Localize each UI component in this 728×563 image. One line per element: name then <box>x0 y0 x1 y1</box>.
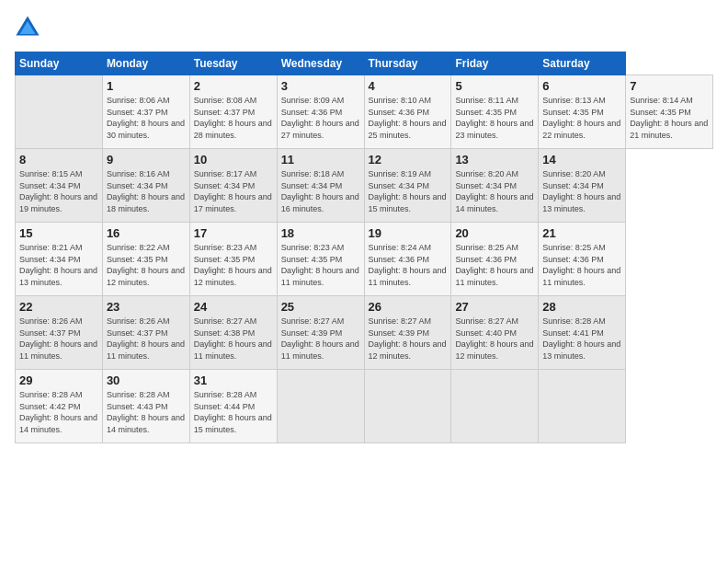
day-number: 16 <box>107 226 186 240</box>
day-info: Sunrise: 8:20 AMSunset: 4:34 PMDaylight:… <box>455 169 533 213</box>
week-row-4: 29 Sunrise: 8:28 AMSunset: 4:42 PMDaylig… <box>16 370 713 443</box>
header-cell-sunday: Sunday <box>16 52 103 75</box>
week-row-0: 1 Sunrise: 8:06 AMSunset: 4:37 PMDayligh… <box>16 75 713 149</box>
header-cell-tuesday: Tuesday <box>189 52 277 75</box>
day-cell <box>364 370 451 443</box>
day-cell: 28 Sunrise: 8:28 AMSunset: 4:41 PMDaylig… <box>539 296 626 370</box>
day-number: 18 <box>281 226 360 240</box>
day-info: Sunrise: 8:28 AMSunset: 4:44 PMDaylight:… <box>194 390 272 434</box>
day-info: Sunrise: 8:09 AMSunset: 4:36 PMDaylight:… <box>281 96 359 140</box>
day-cell: 10 Sunrise: 8:17 AMSunset: 4:34 PMDaylig… <box>189 149 277 223</box>
day-info: Sunrise: 8:08 AMSunset: 4:37 PMDaylight:… <box>194 96 272 140</box>
day-cell: 30 Sunrise: 8:28 AMSunset: 4:43 PMDaylig… <box>102 370 189 443</box>
day-number: 11 <box>281 153 360 167</box>
day-cell: 6 Sunrise: 8:13 AMSunset: 4:35 PMDayligh… <box>539 75 626 149</box>
day-info: Sunrise: 8:26 AMSunset: 4:37 PMDaylight:… <box>107 316 185 361</box>
day-info: Sunrise: 8:23 AMSunset: 4:35 PMDaylight:… <box>281 243 359 287</box>
day-cell: 2 Sunrise: 8:08 AMSunset: 4:37 PMDayligh… <box>189 75 277 149</box>
day-cell: 19 Sunrise: 8:24 AMSunset: 4:36 PMDaylig… <box>364 223 451 296</box>
day-cell: 27 Sunrise: 8:27 AMSunset: 4:40 PMDaylig… <box>451 296 539 370</box>
day-info: Sunrise: 8:26 AMSunset: 4:37 PMDaylight:… <box>19 316 97 361</box>
day-info: Sunrise: 8:27 AMSunset: 4:39 PMDaylight:… <box>281 316 359 361</box>
day-cell: 31 Sunrise: 8:28 AMSunset: 4:44 PMDaylig… <box>189 370 277 443</box>
day-number: 5 <box>455 79 534 93</box>
day-cell <box>539 370 626 443</box>
day-cell: 9 Sunrise: 8:16 AMSunset: 4:34 PMDayligh… <box>102 149 189 223</box>
day-cell: 7 Sunrise: 8:14 AMSunset: 4:35 PMDayligh… <box>626 75 713 149</box>
day-cell: 14 Sunrise: 8:20 AMSunset: 4:34 PMDaylig… <box>539 149 626 223</box>
day-number: 29 <box>19 373 98 387</box>
day-number: 20 <box>455 226 534 240</box>
day-info: Sunrise: 8:27 AMSunset: 4:39 PMDaylight:… <box>369 316 447 361</box>
main-container: SundayMondayTuesdayWednesdayThursdayFrid… <box>0 0 728 451</box>
day-info: Sunrise: 8:28 AMSunset: 4:42 PMDaylight:… <box>19 390 97 434</box>
logo <box>15 15 44 40</box>
day-info: Sunrise: 8:16 AMSunset: 4:34 PMDaylight:… <box>107 169 185 213</box>
day-number: 3 <box>281 79 360 93</box>
day-number: 23 <box>107 300 186 314</box>
day-number: 24 <box>194 300 273 314</box>
day-info: Sunrise: 8:25 AMSunset: 4:36 PMDaylight:… <box>455 243 533 287</box>
day-cell: 13 Sunrise: 8:20 AMSunset: 4:34 PMDaylig… <box>451 149 539 223</box>
day-cell: 21 Sunrise: 8:25 AMSunset: 4:36 PMDaylig… <box>539 223 626 296</box>
day-cell: 20 Sunrise: 8:25 AMSunset: 4:36 PMDaylig… <box>451 223 539 296</box>
header-cell-saturday: Saturday <box>539 52 626 75</box>
day-info: Sunrise: 8:17 AMSunset: 4:34 PMDaylight:… <box>194 169 272 213</box>
day-number: 10 <box>194 153 273 167</box>
day-cell: 23 Sunrise: 8:26 AMSunset: 4:37 PMDaylig… <box>102 296 189 370</box>
day-info: Sunrise: 8:13 AMSunset: 4:35 PMDaylight:… <box>542 96 620 140</box>
day-number: 25 <box>281 300 360 314</box>
header <box>15 15 713 40</box>
day-cell: 5 Sunrise: 8:11 AMSunset: 4:35 PMDayligh… <box>451 75 539 149</box>
calendar-body: 1 Sunrise: 8:06 AMSunset: 4:37 PMDayligh… <box>16 75 713 443</box>
logo-icon <box>15 15 40 40</box>
header-cell-friday: Friday <box>451 52 539 75</box>
day-cell: 12 Sunrise: 8:19 AMSunset: 4:34 PMDaylig… <box>364 149 451 223</box>
day-info: Sunrise: 8:28 AMSunset: 4:41 PMDaylight:… <box>542 316 620 361</box>
day-number: 26 <box>369 300 448 314</box>
day-number: 14 <box>542 153 621 167</box>
day-number: 17 <box>194 226 273 240</box>
day-cell: 4 Sunrise: 8:10 AMSunset: 4:36 PMDayligh… <box>364 75 451 149</box>
day-info: Sunrise: 8:19 AMSunset: 4:34 PMDaylight:… <box>369 169 447 213</box>
day-info: Sunrise: 8:25 AMSunset: 4:36 PMDaylight:… <box>542 243 620 287</box>
day-info: Sunrise: 8:10 AMSunset: 4:36 PMDaylight:… <box>369 96 447 140</box>
day-info: Sunrise: 8:20 AMSunset: 4:34 PMDaylight:… <box>542 169 620 213</box>
day-cell: 22 Sunrise: 8:26 AMSunset: 4:37 PMDaylig… <box>16 296 103 370</box>
day-cell: 24 Sunrise: 8:27 AMSunset: 4:38 PMDaylig… <box>189 296 277 370</box>
day-cell: 25 Sunrise: 8:27 AMSunset: 4:39 PMDaylig… <box>277 296 364 370</box>
day-number: 15 <box>19 226 98 240</box>
day-info: Sunrise: 8:11 AMSunset: 4:35 PMDaylight:… <box>455 96 533 140</box>
day-info: Sunrise: 8:27 AMSunset: 4:38 PMDaylight:… <box>194 316 272 361</box>
day-info: Sunrise: 8:27 AMSunset: 4:40 PMDaylight:… <box>455 316 533 361</box>
header-cell-thursday: Thursday <box>364 52 451 75</box>
day-info: Sunrise: 8:06 AMSunset: 4:37 PMDaylight:… <box>107 96 185 140</box>
day-number: 8 <box>19 153 98 167</box>
day-info: Sunrise: 8:23 AMSunset: 4:35 PMDaylight:… <box>194 243 272 287</box>
day-info: Sunrise: 8:22 AMSunset: 4:35 PMDaylight:… <box>107 243 185 287</box>
day-number: 19 <box>369 226 448 240</box>
day-number: 2 <box>194 79 273 93</box>
day-number: 30 <box>107 373 186 387</box>
day-number: 6 <box>542 79 621 93</box>
day-number: 7 <box>630 79 709 93</box>
day-cell: 15 Sunrise: 8:21 AMSunset: 4:34 PMDaylig… <box>16 223 103 296</box>
day-info: Sunrise: 8:28 AMSunset: 4:43 PMDaylight:… <box>107 390 185 434</box>
header-cell-wednesday: Wednesday <box>277 52 364 75</box>
day-number: 21 <box>542 226 621 240</box>
day-number: 22 <box>19 300 98 314</box>
day-number: 9 <box>107 153 186 167</box>
day-cell: 1 Sunrise: 8:06 AMSunset: 4:37 PMDayligh… <box>102 75 189 149</box>
calendar-header-row: SundayMondayTuesdayWednesdayThursdayFrid… <box>16 52 713 75</box>
day-cell <box>277 370 364 443</box>
day-cell <box>451 370 539 443</box>
day-cell: 29 Sunrise: 8:28 AMSunset: 4:42 PMDaylig… <box>16 370 103 443</box>
week-row-1: 8 Sunrise: 8:15 AMSunset: 4:34 PMDayligh… <box>16 149 713 223</box>
week-row-3: 22 Sunrise: 8:26 AMSunset: 4:37 PMDaylig… <box>16 296 713 370</box>
day-number: 27 <box>455 300 534 314</box>
day-number: 12 <box>369 153 448 167</box>
day-cell: 18 Sunrise: 8:23 AMSunset: 4:35 PMDaylig… <box>277 223 364 296</box>
day-number: 13 <box>455 153 534 167</box>
day-cell: 3 Sunrise: 8:09 AMSunset: 4:36 PMDayligh… <box>277 75 364 149</box>
day-cell: 8 Sunrise: 8:15 AMSunset: 4:34 PMDayligh… <box>16 149 103 223</box>
